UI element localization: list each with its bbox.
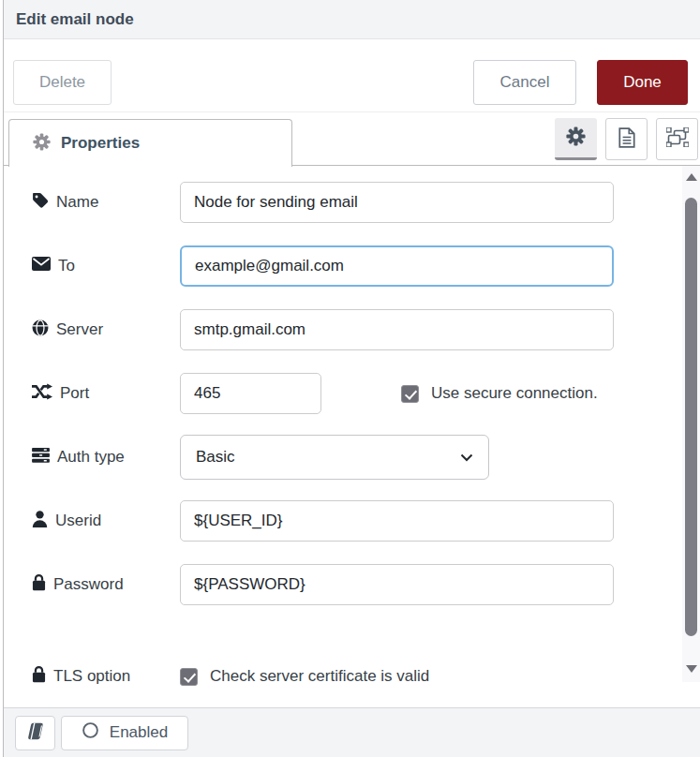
userid-label: Userid [32, 511, 180, 532]
appearance-icon [666, 127, 689, 151]
done-button[interactable]: Done [597, 60, 688, 105]
port-row: Port Use secure connection. [32, 373, 614, 414]
scroll-down-arrow[interactable] [686, 665, 697, 673]
tab-properties[interactable]: Properties [8, 119, 292, 167]
server-label: Server [32, 319, 180, 341]
lock-icon [32, 573, 46, 596]
auth-type-row: Auth type Basic [32, 437, 614, 478]
delete-button[interactable]: Delete [13, 60, 112, 105]
node-enabled-toggle[interactable]: Enabled [61, 716, 188, 750]
globe-icon [32, 319, 49, 341]
node-help-button[interactable] [15, 716, 55, 750]
tls-certificate-label: Check server certificate is valid [210, 667, 429, 686]
auth-type-label: Auth type [32, 448, 180, 468]
properties-form: Name To [4, 166, 700, 707]
description-tab-button[interactable] [605, 118, 648, 160]
tray-footer: Enabled [4, 707, 700, 757]
port-label: Port [32, 383, 180, 405]
lock-icon [32, 665, 46, 688]
scrollbar-thumb[interactable] [685, 198, 697, 636]
circle-icon [82, 721, 99, 744]
envelope-icon [32, 257, 51, 275]
shuffle-icon [32, 383, 52, 405]
tab-bar: Properties [4, 112, 700, 166]
server-input[interactable] [180, 309, 614, 350]
auth-type-value: Basic [196, 448, 460, 467]
secure-connection-checkbox[interactable] [401, 385, 419, 403]
name-input[interactable] [180, 182, 614, 223]
tls-option-row: TLS option Check server certificate is v… [32, 656, 614, 697]
dialog-title: Edit email node [16, 10, 134, 29]
secure-connection-group: Use secure connection. [401, 384, 598, 403]
to-input[interactable] [180, 245, 614, 287]
gear-icon [566, 126, 586, 150]
cancel-button[interactable]: Cancel [473, 60, 576, 105]
password-row: Password [32, 564, 614, 605]
tab-properties-label: Properties [61, 134, 140, 153]
userid-input[interactable] [180, 500, 614, 542]
gear-icon [33, 133, 51, 155]
book-icon [25, 722, 46, 744]
auth-type-select[interactable]: Basic [180, 435, 489, 480]
to-label: To [32, 257, 180, 275]
document-icon [618, 127, 635, 152]
port-input[interactable] [180, 373, 321, 414]
tab-icon-buttons [555, 118, 698, 160]
server-row: Server [32, 309, 614, 350]
password-input[interactable] [180, 564, 614, 605]
password-label: Password [32, 573, 180, 596]
tray-toolbar: Delete Cancel Done [4, 39, 700, 112]
tag-icon [32, 192, 49, 214]
userid-row: Userid [32, 500, 614, 542]
tls-option-label: TLS option [32, 665, 180, 688]
name-row: Name [32, 182, 614, 223]
stack-icon [32, 448, 50, 468]
appearance-tab-button[interactable] [656, 118, 698, 160]
edit-node-tray: Edit email node Delete Cancel Done [3, 0, 700, 757]
tray-header: Edit email node [4, 0, 700, 39]
secure-connection-label: Use secure connection. [431, 384, 598, 403]
form-scrollbar[interactable] [682, 166, 700, 682]
to-row: To [32, 245, 614, 287]
scroll-up-arrow[interactable] [686, 173, 697, 181]
name-label: Name [32, 192, 180, 214]
properties-gear-button[interactable] [555, 118, 597, 160]
chevron-down-icon [460, 448, 473, 467]
enabled-label: Enabled [110, 723, 168, 742]
tls-certificate-checkbox[interactable] [180, 668, 198, 686]
user-icon [32, 511, 48, 532]
